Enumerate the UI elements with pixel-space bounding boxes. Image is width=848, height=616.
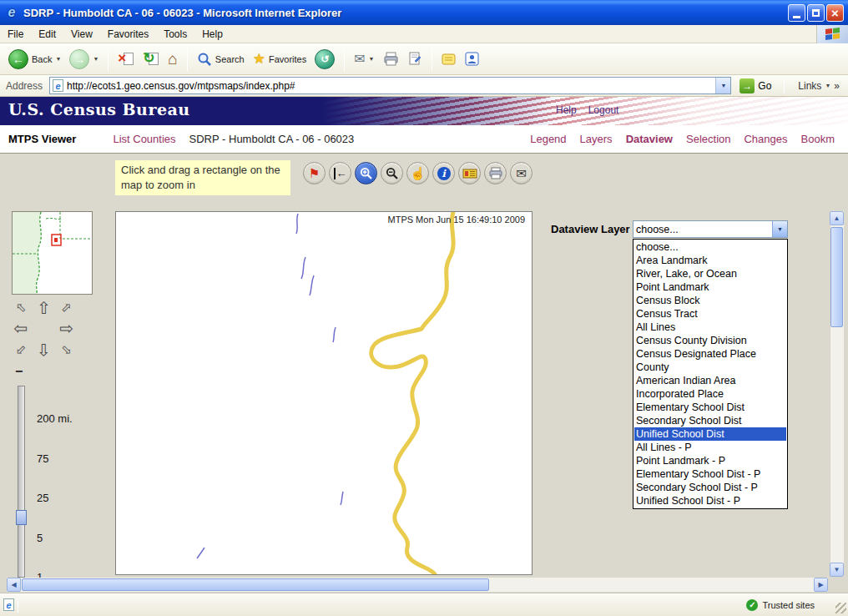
vertical-scroll-thumb[interactable] [830,227,843,327]
pan-west-button[interactable]: ⇧ [10,318,33,339]
map-tool-print-map[interactable] [484,162,507,184]
dataview-option[interactable]: Elementary School Dist - P [634,467,786,481]
dataview-option[interactable]: Incorporated Place [634,387,786,401]
dataview-option[interactable]: Point Landmark - P [634,454,786,467]
pan-northwest-button[interactable]: ⇧ [10,297,33,318]
print-button[interactable] [380,50,403,68]
address-dropdown-button[interactable]: ▼ [715,78,730,93]
resize-grip[interactable] [835,603,846,613]
history-button[interactable]: ↺ [311,48,338,71]
combo-dropdown-icon[interactable]: ▼ [772,221,787,237]
list-counties-link[interactable]: List Counties [113,133,175,145]
dataview-option[interactable]: Secondary School Dist [634,414,786,427]
dataview-option[interactable]: Census County Division [634,334,786,347]
forward-icon: → [69,49,89,69]
zoom-out-minus-label[interactable]: − [15,364,23,379]
map-tool-initial-extent[interactable]: ⚑ [303,162,326,184]
messenger-button[interactable] [462,50,482,68]
dataview-option[interactable]: All Lines - P [634,441,786,454]
dataview-option[interactable]: River, Lake, or Ocean [634,267,786,280]
overview-map[interactable] [12,211,93,295]
pan-southeast-button[interactable]: ⇧ [55,339,78,360]
print-map-icon [488,167,503,179]
home-button[interactable]: ⌂ [164,49,180,69]
dataview-option[interactable]: All Lines [634,321,786,334]
forward-button[interactable]: → ▼ [66,48,102,71]
nav-link-dataview[interactable]: Dataview [626,133,673,145]
zoom-slider-track[interactable] [18,386,25,578]
dataview-layer-select[interactable]: choose... ▼ [633,220,788,238]
dataview-option[interactable]: Unified School Dist [634,427,786,441]
scroll-left-button[interactable]: ◀ [7,578,21,592]
dataview-option[interactable]: Area Landmark [634,254,786,267]
pan-north-button[interactable]: ⇧ [33,297,55,318]
nav-link-layers[interactable]: Layers [580,133,613,145]
map-tool-email-map[interactable]: ✉ [510,162,533,184]
refresh-button[interactable]: ↻ [139,49,163,69]
scroll-up-button[interactable]: ▲ [830,211,844,225]
scroll-right-button[interactable]: ▶ [814,578,828,592]
go-button[interactable]: → Go [735,78,775,94]
links-toolbar[interactable]: Links ▼ » [793,80,845,92]
mail-button[interactable]: ✉ ▼ [351,50,377,68]
dataview-option[interactable]: County [634,361,786,374]
logout-link[interactable]: Logout [588,104,619,116]
dataview-option[interactable]: choose... [634,240,786,254]
favorites-button[interactable]: ★ Favorites [250,50,310,68]
close-button[interactable]: × [826,4,844,22]
dataview-option[interactable]: Secondary School Dist - P [634,481,786,494]
map-toolbar: ⚑ ← ☝ [303,162,533,184]
dataview-option[interactable]: Elementary School Dist [634,401,786,414]
maximize-button[interactable] [807,4,825,22]
address-label: Address [3,80,45,92]
dataview-option[interactable]: Census Designated Place [634,347,786,361]
menu-edit[interactable]: Edit [31,26,63,43]
dataview-option[interactable]: Unified School Dist - P [634,494,786,507]
county-boundary-line [371,212,453,574]
zoom-slider-thumb[interactable] [16,510,27,525]
minimize-button[interactable] [788,4,805,22]
pan-south-button[interactable]: ⇧ [33,339,55,360]
nav-link-bookmarks[interactable]: Bookm [801,133,835,145]
pan-east-button[interactable]: ⇧ [55,318,78,339]
page-viewport: U.S. Census Bureau Help Logout MTPS View… [0,97,848,593]
dataview-option[interactable]: Census Tract [634,307,786,321]
horizontal-scroll-thumb[interactable] [22,578,489,591]
menu-file[interactable]: File [0,26,31,43]
map-tool-pan[interactable]: ☝ [406,162,429,184]
edit-button[interactable] [405,50,426,68]
map-tool-zoom-in[interactable] [355,162,377,184]
help-link[interactable]: Help [556,104,577,116]
discuss-button[interactable] [438,51,460,68]
pan-southwest-button[interactable]: ⇧ [10,339,33,360]
nav-link-changes[interactable]: Changes [744,133,787,145]
stop-button[interactable]: × [114,49,138,69]
zoom-out-icon [386,167,399,180]
horizontal-scrollbar[interactable]: ◀ ▶ [7,578,828,592]
dataview-option[interactable]: American Indian Area [634,374,786,387]
back-button[interactable]: ← Back ▼ [5,48,64,71]
nav-link-legend[interactable]: Legend [530,133,566,145]
pan-controls: ⇧ ⇧ ⇧ ⇧ ⇧ ⇧ ⇧ ⇧ [10,297,78,360]
app-nav-row: MTPS Viewer List Counties SDRP - Humbold… [0,125,848,154]
pan-northeast-button[interactable]: ⇧ [55,297,78,318]
menu-favorites[interactable]: Favorites [100,26,156,43]
menu-help[interactable]: Help [194,26,230,43]
map-tool-zoom-out[interactable] [381,162,403,184]
back-label: Back [32,54,52,64]
dataview-option[interactable]: Census Block [634,294,786,307]
nav-link-selection[interactable]: Selection [686,133,730,145]
map-tool-info[interactable]: i [432,162,455,184]
menu-view[interactable]: View [63,26,100,43]
print-icon [383,52,400,66]
menu-tools[interactable]: Tools [156,26,194,43]
map-canvas[interactable]: MTPS Mon Jun 15 16:49:10 2009 [115,211,533,575]
address-input[interactable]: e http://ecots1.geo.census.gov/mtpsmaps/… [49,77,731,94]
pan-center-spacer [33,318,55,339]
map-tool-measure[interactable] [458,162,481,184]
map-tool-previous-view[interactable]: ← [329,162,351,184]
search-button[interactable]: Search [194,50,248,68]
dataview-option[interactable]: Point Landmark [634,280,786,294]
vertical-scrollbar[interactable]: ▲ ▼ [830,211,844,577]
scroll-down-button[interactable]: ▼ [830,563,844,577]
